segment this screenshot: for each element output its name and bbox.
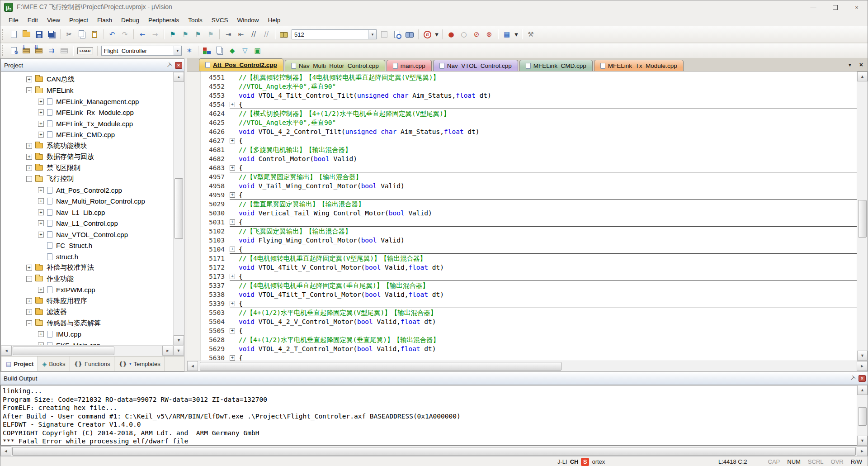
unindent-icon[interactable]: ⇤	[235, 29, 247, 40]
tree-folder-mfelink[interactable]: −MFELink	[1, 85, 173, 96]
expand-plus-icon[interactable]: +	[38, 232, 44, 238]
fold-expand-icon[interactable]: +	[230, 102, 235, 107]
tab-list-dropdown-icon[interactable]: ▼	[848, 62, 852, 67]
collapse-minus-icon[interactable]: −	[26, 320, 32, 326]
tab-att-pos-control2-cpp[interactable]: Att_Pos_Control2.cpp	[199, 58, 283, 71]
tree-file-nav-l1-lib-cpp[interactable]: +Nav_L1_Lib.cpp	[1, 207, 173, 218]
fold-expand-icon[interactable]: +	[230, 247, 235, 252]
tree-file-nav-vtol-control-cpp[interactable]: +Nav_VTOL_Control.cpp	[1, 229, 173, 240]
expand-plus-icon[interactable]: +	[38, 132, 44, 138]
tree-file-mfelink-rx-module-cpp[interactable]: +MFELink_Rx_Module.cpp	[1, 107, 173, 119]
configuration-wrench-icon[interactable]: ⚒	[524, 29, 537, 40]
indent-icon[interactable]: ⇥	[222, 29, 235, 40]
expand-plus-icon[interactable]: +	[38, 287, 44, 293]
redo-icon[interactable]: ↷	[118, 29, 131, 40]
scroll-up-icon[interactable]: ▲	[174, 72, 184, 82]
pack-installer-icon[interactable]: ▣	[251, 45, 264, 57]
file-extensions-icon[interactable]	[213, 45, 226, 57]
ime-language-indicator[interactable]: CH	[570, 458, 579, 465]
comment-selection-icon[interactable]: //	[247, 29, 260, 40]
tree-file-fc-struct-h[interactable]: FC_Struct.h	[1, 240, 173, 252]
tree-folder-禁飞区限制[interactable]: +禁飞区限制	[1, 162, 173, 174]
expand-plus-icon[interactable]: +	[38, 220, 44, 226]
tree-folder-作业功能[interactable]: −作业功能	[1, 273, 173, 285]
bottom-tab-books[interactable]: ◈Books	[38, 357, 70, 371]
fold-expand-icon[interactable]: +	[230, 301, 235, 306]
disable-all-breakpoints-icon[interactable]: ⊘	[470, 29, 483, 40]
scrollbar-thumb[interactable]	[12, 447, 856, 456]
scroll-up-icon[interactable]: ▲	[857, 71, 868, 81]
target-select[interactable]: Flight_Controller▾	[101, 46, 182, 56]
menu-edit[interactable]: Edit	[23, 15, 42, 25]
find-next-icon[interactable]	[378, 29, 391, 40]
expand-plus-icon[interactable]: +	[26, 165, 32, 171]
scrollbar-thumb[interactable]	[200, 362, 561, 371]
incremental-find-icon[interactable]	[403, 29, 416, 40]
fold-expand-icon[interactable]: +	[230, 219, 235, 225]
collapse-minus-icon[interactable]: −	[26, 276, 32, 282]
new-file-icon[interactable]	[7, 29, 20, 40]
scroll-left-icon[interactable]: ◄	[1, 346, 12, 356]
tree-folder-系统功能模块[interactable]: +系统功能模块	[1, 140, 173, 152]
enable-disable-breakpoint-icon[interactable]: ○	[458, 29, 470, 40]
translate-file-icon[interactable]	[7, 45, 20, 57]
scroll-down-icon[interactable]: ▼	[857, 436, 868, 446]
minimize-button[interactable]: —	[802, 0, 824, 14]
code-view[interactable]: 4551//【机翼倾转控制器】【4电机倾转电机垂直起降固定翼(V型尾翼)】455…	[201, 71, 857, 361]
expand-plus-icon[interactable]: +	[38, 109, 44, 115]
bottom-tab-project[interactable]: ▤Project	[2, 357, 38, 371]
menu-file[interactable]: File	[4, 15, 23, 25]
expand-plus-icon[interactable]: +	[38, 121, 44, 127]
tree-folder-can总线[interactable]: +CAN总线	[1, 74, 173, 85]
copy-icon[interactable]	[75, 29, 88, 40]
scrollbar-thumb[interactable]	[175, 178, 183, 239]
tree-folder-数据存储与回放[interactable]: +数据存储与回放	[1, 152, 173, 163]
insert-bookmark-icon[interactable]: ⚑	[166, 29, 179, 40]
manage-rte-icon[interactable]: ◆	[226, 45, 239, 57]
tree-file-nav-l1-control-cpp[interactable]: +Nav_L1_Control.cpp	[1, 218, 173, 229]
tree-folder-传感器与姿态解算[interactable]: −传感器与姿态解算	[1, 318, 173, 329]
tree-file-mfelink-tx-module-cpp[interactable]: +MFELink_Tx_Module.cpp	[1, 118, 173, 129]
tab-mfelink-tx-module-cpp[interactable]: MFELink_Tx_Module.cpp	[594, 60, 684, 71]
build-icon[interactable]	[20, 45, 33, 57]
fold-expand-icon[interactable]: +	[230, 165, 235, 171]
menu-svcs[interactable]: SVCS	[207, 15, 233, 25]
scroll-right-icon[interactable]: ►	[857, 361, 868, 371]
open-file-icon[interactable]	[20, 29, 33, 40]
bottom-tab-templates[interactable]: {}▾Templates	[114, 357, 165, 371]
sogou-ime-icon[interactable]: S	[581, 458, 589, 466]
scrollbar-thumb[interactable]	[858, 407, 867, 426]
expand-plus-icon[interactable]: +	[26, 143, 32, 149]
expand-plus-icon[interactable]: +	[26, 154, 32, 160]
menu-debug[interactable]: Debug	[117, 15, 144, 25]
tab-nav-vtol-control-cpp[interactable]: Nav_VTOL_Control.cpp	[433, 60, 518, 71]
scrollbar-thumb[interactable]	[13, 347, 114, 355]
menu-peripherals[interactable]: Peripherals	[144, 15, 184, 25]
close-panel-icon[interactable]: ×	[175, 62, 182, 69]
chevron-down-icon[interactable]: ▾	[368, 30, 376, 39]
menu-project[interactable]: Project	[65, 15, 93, 25]
previous-bookmark-icon[interactable]: ⚑	[179, 29, 192, 40]
download-icon[interactable]: LOAD	[77, 48, 93, 54]
toolbar-grip[interactable]	[2, 29, 5, 40]
find-icon[interactable]	[391, 29, 403, 40]
fold-expand-icon[interactable]: +	[230, 355, 235, 361]
paste-icon[interactable]	[88, 29, 101, 40]
expand-plus-icon[interactable]: +	[38, 198, 44, 204]
menu-flash[interactable]: Flash	[93, 15, 117, 25]
close-panel-icon[interactable]: ×	[859, 375, 866, 382]
expand-plus-icon[interactable]: +	[26, 309, 32, 315]
editor-horizontal-scrollbar[interactable]: ◄ ►	[187, 361, 868, 371]
expand-plus-icon[interactable]: +	[38, 187, 44, 193]
tree-folder-补偿与校准算法[interactable]: +补偿与校准算法	[1, 262, 173, 274]
navigate-forward-icon[interactable]: →	[149, 29, 161, 40]
select-software-packs-icon[interactable]: ▽	[239, 45, 251, 57]
stop-build-icon[interactable]	[58, 45, 71, 57]
save-all-icon[interactable]	[45, 29, 58, 40]
batch-build-icon[interactable]: ⇉	[45, 45, 58, 57]
expand-plus-icon[interactable]: +	[38, 209, 44, 215]
pin-icon[interactable]: ⊤	[165, 61, 173, 70]
scroll-right-icon[interactable]: ►	[162, 346, 173, 356]
window-layout-icon[interactable]: ▦	[500, 29, 513, 40]
options-for-target-icon[interactable]: ✶	[183, 45, 196, 57]
